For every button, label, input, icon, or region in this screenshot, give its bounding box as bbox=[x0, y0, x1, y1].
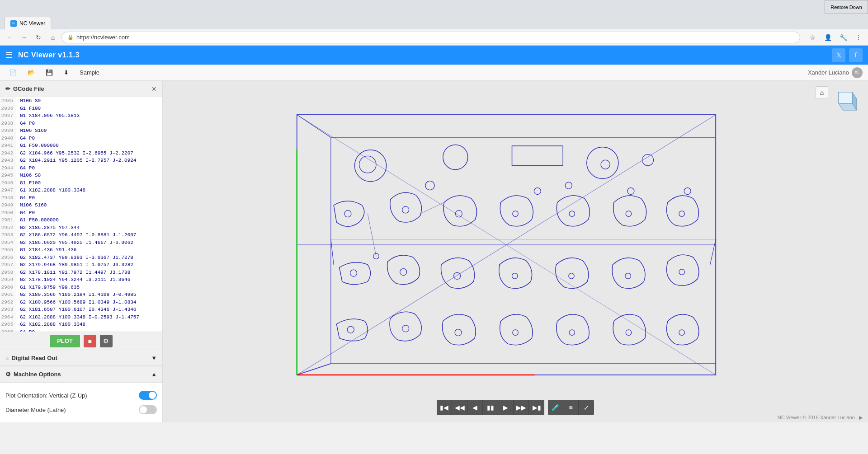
digital-readout-chevron: ▼ bbox=[151, 355, 157, 361]
fast-forward-button[interactable]: ▶▶ bbox=[514, 400, 529, 415]
playback-controls: ▮◀ ◀◀ ◀ ▮▮ ▶ ▶▶ ▶▮ bbox=[437, 400, 544, 415]
tool-controls: 🧪 ≡ ⤢ bbox=[548, 400, 594, 415]
gcode-line: 2964G2 X182.2888 Y100.3348 I-0.2593 J-1.… bbox=[0, 314, 162, 321]
gcode-settings-button[interactable]: ⚙ bbox=[100, 335, 113, 347]
machine-options-title: Machine Options bbox=[14, 371, 61, 378]
gcode-panel-header: ✏ GCode File ✕ bbox=[0, 81, 162, 97]
home-button[interactable]: ⌂ bbox=[47, 32, 59, 43]
view-cube[interactable] bbox=[832, 90, 859, 117]
line-code: G2 X181.6507 Y100.6107 I0.4346 J-1.4346 bbox=[16, 306, 136, 314]
svg-point-25 bbox=[350, 270, 357, 276]
gcode-editor[interactable]: 2935M106 S02936G1 F1002937G1 X184.096 Y9… bbox=[0, 97, 162, 332]
menu-button[interactable]: ⋮ bbox=[853, 32, 864, 43]
gcode-line: 2940G4 P0 bbox=[0, 135, 162, 142]
viewport-home-button[interactable]: ⌂ bbox=[816, 86, 828, 99]
line-number: 2962 bbox=[0, 299, 16, 306]
save-button[interactable]: 💾 bbox=[42, 66, 57, 79]
forward-button[interactable]: → bbox=[18, 32, 30, 43]
play-button[interactable]: ▶ bbox=[498, 400, 514, 415]
svg-point-24 bbox=[344, 211, 351, 217]
gcode-section: ✏ GCode File ✕ 2935M106 S02936G1 F100293… bbox=[0, 81, 162, 350]
svg-point-34 bbox=[512, 273, 518, 279]
sample-button[interactable]: Sample bbox=[75, 66, 104, 79]
gcode-line: 2962G2 X180.9566 Y100.5689 I1.0349 J-1.0… bbox=[0, 299, 162, 306]
gcode-line: 2956G2 X182.4737 Y89.8393 I-3.0367 J1.72… bbox=[0, 254, 162, 262]
line-number: 2958 bbox=[0, 269, 16, 276]
line-number: 2956 bbox=[0, 254, 16, 262]
svg-point-44 bbox=[679, 330, 685, 336]
restore-down-button[interactable]: Restore Down bbox=[825, 0, 868, 14]
machine-options: ⚙ Machine Options ▲ Plot Orientation: Ve… bbox=[0, 366, 162, 422]
skip-start-button[interactable]: ▮◀ bbox=[437, 400, 452, 415]
svg-point-29 bbox=[402, 325, 409, 332]
line-code: G1 F100 bbox=[16, 105, 41, 112]
stop-button[interactable]: ■ bbox=[84, 335, 96, 347]
lock-icon: 🔒 bbox=[67, 34, 74, 40]
svg-point-35 bbox=[513, 330, 519, 336]
github-icon[interactable]: ▶ bbox=[859, 415, 863, 420]
bookmark-button[interactable]: ☆ bbox=[807, 32, 818, 43]
new-file-button[interactable]: 📄 bbox=[5, 66, 21, 79]
line-code: G2 X186.2875 Y97.344 bbox=[16, 224, 80, 232]
machine-options-content: Plot Orientation: Vertical (Z-Up) Diamet… bbox=[0, 383, 162, 422]
gcode-line: 2949M106 S160 bbox=[0, 201, 162, 209]
measure-tool-button[interactable]: 🧪 bbox=[548, 400, 563, 415]
step-back-button[interactable]: ◀ bbox=[467, 400, 483, 415]
toggle-orientation[interactable] bbox=[139, 391, 157, 400]
line-number: 2940 bbox=[0, 135, 16, 142]
svg-line-53 bbox=[331, 239, 334, 264]
open-button[interactable]: 📂 bbox=[24, 66, 39, 79]
gcode-line: 2944G4 P0 bbox=[0, 164, 162, 172]
toggle-lathe[interactable] bbox=[139, 405, 157, 414]
download-button[interactable]: ⬇ bbox=[60, 66, 73, 79]
line-number: 2936 bbox=[0, 105, 16, 112]
line-code: G1 X182.2888 Y100.3348 bbox=[16, 187, 85, 194]
username: Xander Luciano bbox=[808, 69, 849, 76]
url-text: https://ncviewer.com bbox=[76, 34, 130, 41]
user-info: Xander Luciano XL bbox=[808, 67, 863, 78]
expand-tool-button[interactable]: ⤢ bbox=[579, 400, 594, 415]
extensions-button[interactable]: 🔧 bbox=[837, 32, 849, 43]
profile-button[interactable]: 👤 bbox=[822, 32, 834, 43]
line-number: 2955 bbox=[0, 246, 16, 254]
line-number: 2944 bbox=[0, 164, 16, 172]
line-number: 2937 bbox=[0, 112, 16, 120]
gcode-line: 2966G4 P0 bbox=[0, 328, 162, 332]
gcode-line: 2955G1 X184.436 Y91.436 bbox=[0, 246, 162, 254]
svg-point-32 bbox=[455, 329, 462, 336]
line-code: G2 X179.9468 Y89.9851 I-1.0757 J3.3282 bbox=[16, 261, 133, 269]
twitter-button[interactable]: 𝕏 bbox=[832, 48, 845, 62]
list-tool-button[interactable]: ≡ bbox=[563, 400, 579, 415]
svg-point-31 bbox=[454, 272, 461, 279]
address-bar[interactable]: 🔒 https://ncviewer.com bbox=[61, 32, 800, 43]
plot-button[interactable]: PLOT bbox=[50, 335, 80, 347]
svg-point-36 bbox=[569, 211, 575, 217]
gcode-close-button[interactable]: ✕ bbox=[151, 85, 157, 93]
main-content: ✏ GCode File ✕ 2935M106 S02936G1 F100293… bbox=[0, 81, 868, 422]
line-code: G2 X178.1024 Y94.3244 I3.2111 J1.3646 bbox=[16, 276, 130, 284]
svg-point-22 bbox=[601, 160, 610, 169]
svg-point-48 bbox=[565, 182, 572, 189]
line-code: G4 P0 bbox=[16, 209, 35, 217]
browser-tab[interactable]: N NC Viewer bbox=[5, 17, 51, 29]
skip-end-button[interactable]: ▶▮ bbox=[529, 400, 544, 415]
main-viewport[interactable]: ⌂ bbox=[163, 81, 868, 422]
back-button[interactable]: ← bbox=[4, 32, 15, 43]
gcode-line: 2965G2 X182.2888 Y100.3348 bbox=[0, 321, 162, 328]
stop-playback-button[interactable]: ▮▮ bbox=[483, 400, 498, 415]
refresh-button[interactable]: ↻ bbox=[33, 32, 44, 43]
svg-point-46 bbox=[425, 181, 434, 190]
svg-point-45 bbox=[373, 253, 379, 259]
browser-titlebar: Restore Down bbox=[0, 0, 868, 14]
line-number: 2945 bbox=[0, 172, 16, 179]
gcode-panel-title: GCode File bbox=[13, 85, 44, 92]
facebook-button[interactable]: f bbox=[849, 48, 863, 62]
line-number: 2964 bbox=[0, 314, 16, 321]
menu-icon[interactable]: ☰ bbox=[5, 50, 13, 60]
line-code: G2 X180.9566 Y100.5689 I1.0349 J-1.0834 bbox=[16, 299, 136, 306]
digital-readout[interactable]: ≡ Digital Read Out ▼ bbox=[0, 350, 162, 366]
svg-point-42 bbox=[679, 211, 685, 217]
gcode-line: 2963G2 X181.6507 Y100.6107 I0.4346 J-1.4… bbox=[0, 306, 162, 314]
machine-options-header[interactable]: ⚙ Machine Options ▲ bbox=[0, 366, 162, 383]
fast-back-button[interactable]: ◀◀ bbox=[452, 400, 467, 415]
